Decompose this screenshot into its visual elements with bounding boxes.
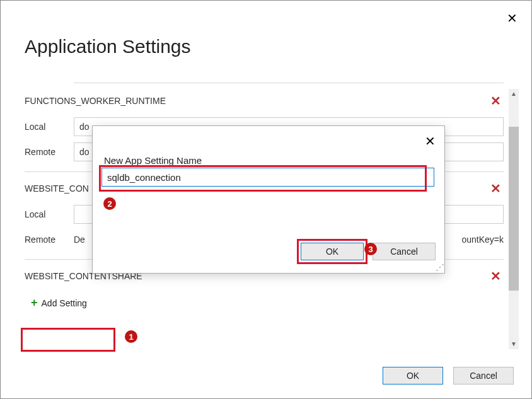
remote-label: Remote [25,234,74,245]
page-title: Application Settings [1,1,531,76]
local-label: Local [25,209,74,219]
close-icon[interactable]: ✕ [507,11,518,26]
remote-value-tail: ountKey=k [461,234,504,245]
setting-name: WEBSITE_CON [25,183,89,194]
callout-badge-2: 2 [103,197,116,210]
modal-ok-button[interactable]: OK [301,243,364,260]
delete-setting-icon[interactable]: ✕ [490,269,501,284]
delete-setting-icon[interactable]: ✕ [490,181,501,196]
delete-setting-icon[interactable]: ✕ [490,93,501,108]
modal-close-icon[interactable]: ✕ [425,134,436,149]
scroll-down-icon[interactable]: ▼ [510,340,518,348]
ok-button[interactable]: OK [383,367,443,385]
add-setting-button[interactable]: + Add Setting [25,292,93,313]
cancel-button[interactable]: Cancel [453,367,514,385]
modal-cancel-button[interactable]: Cancel [373,243,436,260]
scroll-up-icon[interactable]: ▲ [510,90,518,98]
modal-field-label: New App Setting Name [104,155,202,166]
new-setting-modal: ✕ New App Setting Name OK Cancel ⋰ [92,125,445,274]
setting-name: FUNCTIONS_WORKER_RUNTIME [25,96,166,106]
divider [74,83,504,83]
plus-icon: + [31,296,38,309]
callout-badge-1: 1 [125,330,137,343]
scrollbar-thumb[interactable] [509,127,519,291]
callout-badge-3: 3 [364,243,377,255]
resize-grip-icon[interactable]: ⋰ [436,264,443,272]
new-setting-name-input[interactable] [101,168,434,187]
local-label: Local [25,122,74,132]
remote-label: Remote [25,147,74,157]
add-setting-label: Add Setting [42,298,87,308]
